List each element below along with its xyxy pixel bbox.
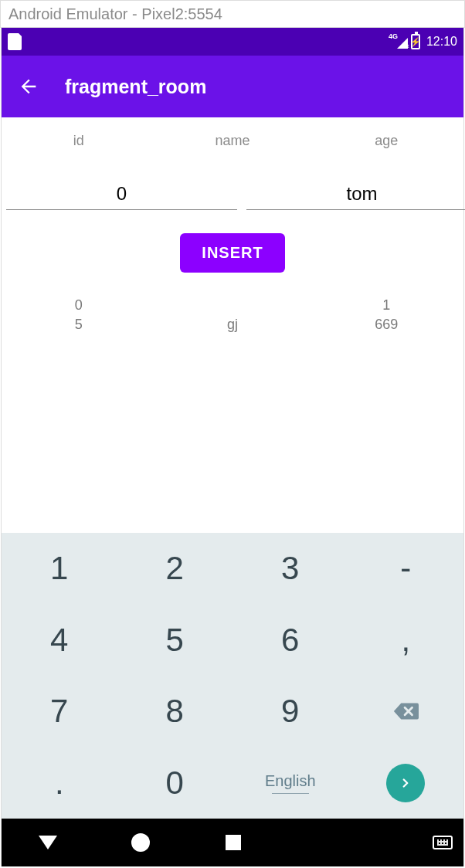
language-label: English bbox=[265, 772, 316, 790]
key-9[interactable]: 9 bbox=[232, 676, 348, 748]
status-bar: 4G × ⚡ 12:10 bbox=[2, 28, 463, 56]
label-age: age bbox=[310, 133, 463, 149]
name-input[interactable] bbox=[246, 183, 465, 210]
key-6[interactable]: 6 bbox=[232, 605, 348, 676]
cell-age: 669 bbox=[310, 315, 463, 334]
emulator-title: Android Emulator - Pixel2:5554 bbox=[8, 5, 222, 23]
id-input[interactable] bbox=[6, 183, 237, 210]
key-2[interactable]: 2 bbox=[117, 533, 233, 605]
inputs-row bbox=[2, 164, 463, 210]
insert-button[interactable]: INSERT bbox=[180, 233, 284, 273]
emulator-titlebar: Android Emulator - Pixel2:5554 bbox=[0, 0, 465, 28]
cell-name bbox=[155, 296, 309, 315]
key-0[interactable]: 0 bbox=[117, 748, 233, 819]
chevron-right-icon bbox=[399, 776, 412, 790]
circle-home-icon bbox=[131, 833, 150, 852]
battery-charging-icon: ⚡ bbox=[411, 34, 420, 49]
key-8[interactable]: 8 bbox=[117, 676, 233, 748]
numeric-keyboard: 1 2 3 - 4 5 6 , 7 8 9 . 0 Eng bbox=[2, 533, 463, 819]
key-language[interactable]: English bbox=[232, 748, 348, 819]
nav-keyboard-icon[interactable] bbox=[433, 836, 453, 849]
key-dot[interactable]: . bbox=[2, 748, 117, 819]
cell-id: 5 bbox=[2, 315, 155, 334]
cell-name: gj bbox=[155, 315, 309, 334]
label-name: name bbox=[155, 133, 309, 149]
nav-home-button[interactable] bbox=[94, 833, 187, 852]
key-1[interactable]: 1 bbox=[2, 533, 117, 605]
triangle-back-icon bbox=[39, 836, 57, 849]
content-area: id name age INSERT 0 1 5 gj 669 bbox=[2, 117, 463, 533]
key-4[interactable]: 4 bbox=[2, 605, 117, 676]
key-dash[interactable]: - bbox=[348, 533, 464, 605]
key-enter[interactable] bbox=[348, 748, 464, 819]
key-5[interactable]: 5 bbox=[117, 605, 233, 676]
backspace-icon bbox=[392, 701, 419, 721]
network-signal-icon: 4G × bbox=[391, 35, 408, 49]
status-clock: 12:10 bbox=[426, 35, 457, 49]
cell-id: 0 bbox=[2, 296, 155, 315]
label-id: id bbox=[2, 133, 155, 149]
key-3[interactable]: 3 bbox=[232, 533, 348, 605]
app-bar: fragment_room bbox=[2, 56, 463, 117]
cell-age: 1 bbox=[310, 296, 463, 315]
device-frame: 4G × ⚡ 12:10 fragment_room id name age I… bbox=[1, 28, 464, 866]
nav-back-button[interactable] bbox=[2, 836, 94, 849]
back-button[interactable] bbox=[17, 75, 40, 98]
field-labels-row: id name age bbox=[2, 117, 463, 164]
android-navbar bbox=[2, 819, 463, 866]
page-title: fragment_room bbox=[65, 76, 206, 98]
table-row: 0 1 bbox=[2, 296, 463, 315]
nav-recents-button[interactable] bbox=[187, 835, 280, 850]
table-row: 5 gj 669 bbox=[2, 315, 463, 334]
key-comma[interactable]: , bbox=[348, 605, 464, 676]
square-recents-icon bbox=[226, 835, 241, 850]
key-7[interactable]: 7 bbox=[2, 676, 117, 748]
key-backspace[interactable] bbox=[348, 676, 464, 748]
sdcard-icon bbox=[8, 33, 22, 50]
arrow-back-icon bbox=[18, 76, 39, 97]
